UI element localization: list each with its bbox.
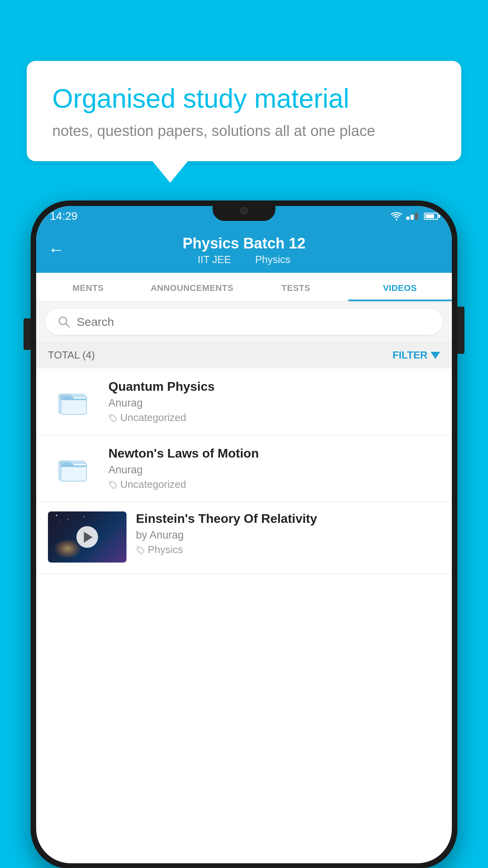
video-tag-1: Uncategorized (108, 412, 440, 424)
svg-point-7 (111, 482, 112, 484)
svg-point-8 (138, 548, 139, 549)
tag-icon-2 (108, 480, 117, 489)
tab-videos[interactable]: VIDEOS (348, 273, 452, 301)
filter-bar: TOTAL (4) FILTER (36, 342, 452, 368)
status-icons (391, 212, 438, 221)
filter-button[interactable]: FILTER (393, 349, 440, 361)
total-count: TOTAL (4) (48, 349, 95, 361)
phone-outer: 14:29 (31, 200, 457, 868)
list-item[interactable]: Einstein's Theory Of Relativity by Anura… (36, 502, 452, 574)
video-title-1: Quantum Physics (108, 379, 440, 394)
tab-tests[interactable]: TESTS (244, 273, 348, 301)
phone-notch (213, 200, 275, 221)
header-subtitle: IIT JEE Physics (194, 254, 294, 266)
filter-icon (431, 352, 440, 359)
list-item[interactable]: Newton's Laws of Motion Anurag Uncategor… (36, 435, 452, 502)
video-author-1: Anurag (108, 397, 440, 409)
app-header: ← Physics Batch 12 IIT JEE Physics (36, 226, 452, 273)
video-tag-3: Physics (136, 544, 440, 556)
back-button[interactable]: ← (48, 240, 64, 259)
video-author-2: Anurag (108, 464, 440, 476)
tab-announcements[interactable]: ANNOUNCEMENTS (140, 273, 244, 301)
header-physics: Physics (255, 254, 290, 265)
tabs-container: MENTS ANNOUNCEMENTS TESTS VIDEOS (36, 273, 452, 302)
folder-icon-2 (48, 450, 99, 487)
search-bar[interactable] (46, 309, 442, 335)
phone-container: 14:29 (31, 200, 457, 868)
wifi-icon (391, 212, 402, 221)
phone-screen: 14:29 (36, 206, 452, 863)
search-container (36, 302, 452, 342)
video-info-1: Quantum Physics Anurag Uncategorized (108, 379, 440, 424)
video-title-3: Einstein's Theory Of Relativity (136, 511, 440, 526)
tag-icon-1 (108, 414, 117, 422)
list-item[interactable]: Quantum Physics Anurag Uncategorized (36, 368, 452, 435)
speech-bubble-subtitle: notes, question papers, solutions all at… (52, 123, 436, 140)
video-author-3: by Anurag (136, 529, 440, 541)
video-title-2: Newton's Laws of Motion (108, 446, 440, 461)
video-tag-2: Uncategorized (108, 478, 440, 491)
video-info-3: Einstein's Theory Of Relativity by Anura… (136, 511, 440, 556)
battery-icon (424, 213, 438, 220)
play-button[interactable] (77, 526, 98, 548)
status-time: 14:29 (50, 210, 77, 223)
tab-ments[interactable]: MENTS (36, 273, 140, 301)
search-icon (57, 315, 70, 329)
svg-point-4 (111, 416, 112, 417)
speech-bubble-container: Organised study material notes, question… (27, 61, 461, 183)
tag-icon-3 (136, 546, 145, 554)
search-input[interactable] (77, 315, 431, 329)
svg-line-1 (66, 324, 69, 327)
signal-icon (406, 213, 418, 220)
header-iit-jee: IIT JEE (198, 254, 231, 265)
header-separator (242, 254, 247, 265)
speech-bubble-title: Organised study material (52, 83, 436, 115)
einstein-thumbnail (48, 511, 127, 563)
video-list: Quantum Physics Anurag Uncategorized (36, 368, 452, 574)
header-title: Physics Batch 12 (183, 235, 306, 252)
speech-bubble: Organised study material notes, question… (27, 61, 461, 161)
camera-icon (240, 207, 248, 215)
video-info-2: Newton's Laws of Motion Anurag Uncategor… (108, 446, 440, 491)
speech-bubble-arrow (152, 161, 188, 183)
folder-icon-1 (48, 383, 99, 420)
play-icon (84, 531, 92, 542)
